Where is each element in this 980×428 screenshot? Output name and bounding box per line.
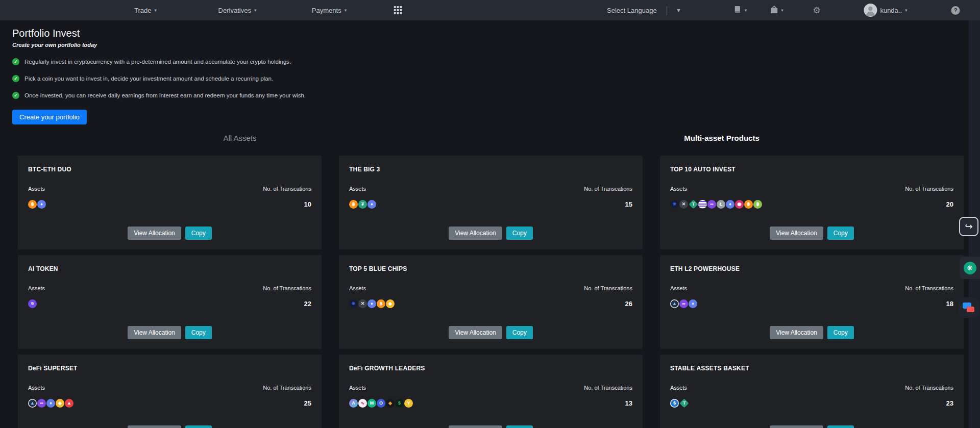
copy-button[interactable]: Copy — [506, 326, 533, 339]
shield-coin-icon: ◈ — [386, 399, 395, 408]
view-allocation-button[interactable]: View Allocation — [128, 226, 181, 240]
nav-item-payments[interactable]: Payments ▾ — [312, 0, 347, 20]
arbitrum-icon: ▲ — [28, 399, 37, 408]
orders-book-icon — [733, 6, 742, 15]
view-allocation-button[interactable]: View Allocation — [449, 326, 502, 339]
username-label: kunda.. — [880, 7, 902, 14]
aave-icon: Λ — [349, 399, 358, 408]
copy-button[interactable]: Copy — [185, 326, 212, 339]
chat-bubbles-extension-icon[interactable] — [959, 297, 979, 318]
chevron-down-icon: ▾ — [154, 8, 157, 13]
transactions-count: 15 — [625, 200, 632, 208]
striped-coin-icon — [698, 200, 707, 209]
copy-button[interactable]: Copy — [185, 226, 212, 240]
transactions-count: 13 — [625, 399, 632, 407]
orders-menu[interactable]: ▾ — [733, 0, 747, 20]
portfolio-card: DeFi GROWTH LEADERS Assets No. of Transc… — [339, 355, 643, 428]
sunburst-coin-icon: ✳ — [349, 299, 358, 308]
portfolio-card: STABLE ASSETS BASKET Assets No. of Trans… — [660, 355, 964, 428]
assets-label: Assets — [670, 186, 687, 192]
bnb-icon: ◈ — [386, 299, 395, 308]
transactions-label: No. of Transcations — [905, 285, 953, 291]
language-label: Select Language — [607, 7, 657, 14]
copy-button[interactable]: Copy — [185, 425, 212, 428]
transactions-label: No. of Transcations — [905, 186, 953, 192]
transactions-label: No. of Transcations — [263, 186, 311, 192]
coin-icons: $T — [670, 399, 689, 408]
help-icon[interactable]: ? — [951, 0, 960, 20]
nav-item-trade[interactable]: Trade ▾ — [134, 0, 157, 20]
transactions-count: 23 — [946, 399, 953, 407]
ethereum-icon: ♦ — [46, 399, 55, 408]
divider: │ — [665, 6, 670, 15]
portfolio-card: TOP 10 AUTO INVEST Assets No. of Transca… — [660, 156, 964, 249]
m-coin-icon: M — [368, 399, 376, 408]
card-title: AI TOKEN — [28, 265, 311, 272]
view-allocation-button[interactable]: View Allocation — [449, 425, 502, 428]
view-allocation-button[interactable]: View Allocation — [770, 226, 823, 240]
apps-grid-icon[interactable] — [394, 0, 403, 20]
avalanche-icon: ▲ — [65, 399, 74, 408]
bitcoin-cash-icon: ฿ — [753, 200, 762, 209]
polygon-icon: ∞ — [707, 200, 716, 209]
transactions-count: 22 — [304, 300, 311, 308]
settings-gear-icon[interactable]: ⚙ — [813, 0, 820, 20]
copy-button[interactable]: Copy — [827, 226, 854, 240]
nav-item-derivatives[interactable]: Derivatives ▾ — [218, 0, 257, 20]
bnb-icon: ◈ — [56, 399, 64, 408]
wallet-menu[interactable]: ▾ — [770, 0, 783, 20]
transactions-count: 18 — [946, 300, 953, 308]
transactions-count: 26 — [625, 300, 632, 308]
tether-icon: ₮ — [358, 200, 367, 209]
coin-icons: ✳✕♦฿◈ — [349, 299, 395, 308]
copy-button[interactable]: Copy — [506, 425, 533, 428]
card-title: TOP 5 BLUE CHIPS — [349, 265, 632, 272]
view-allocation-button[interactable]: View Allocation — [128, 326, 181, 339]
ethereum-icon: ♦ — [726, 200, 734, 209]
assets-label: Assets — [670, 385, 687, 391]
view-allocation-button[interactable]: View Allocation — [128, 425, 181, 428]
card-title: TOP 10 AUTO INVEST — [670, 166, 953, 173]
share-arrow-icon[interactable]: ↪ — [959, 217, 978, 236]
card-title: DeFi GROWTH LEADERS — [349, 365, 632, 372]
wallet-bag-icon — [770, 5, 778, 15]
assets-label: Assets — [670, 285, 687, 291]
chatgpt-logo-icon: ❋ — [964, 262, 976, 274]
coin-icons: ✳✕T∞Ł♦◉฿฿ — [670, 200, 763, 209]
assets-label: Assets — [28, 186, 45, 192]
create-portfolio-button[interactable]: Create your portfolio — [12, 110, 87, 124]
ai-token-icon: 9 — [28, 299, 37, 308]
check-circle-icon: ✓ — [12, 75, 19, 82]
coin-icons: ▲∞♦◈▲ — [28, 399, 74, 408]
card-title: ETH L2 POWERHOUSE — [670, 265, 953, 272]
view-allocation-button[interactable]: View Allocation — [449, 226, 502, 240]
check-circle-icon: ✓ — [12, 92, 19, 99]
ethereum-icon: ♦ — [37, 200, 46, 209]
transactions-label: No. of Transcations — [905, 385, 953, 391]
card-title: BTC-ETH DUO — [28, 166, 311, 173]
benefit-text: Regularly invest in cryptocurrency with … — [24, 59, 291, 65]
bitcoin-icon: ฿ — [349, 200, 358, 209]
assets-label: Assets — [349, 385, 366, 391]
page-header: Portfolio Invest Create your own portfol… — [0, 20, 980, 124]
benefit-text: Once invested, you can receive daily ear… — [24, 92, 306, 98]
tether-gem-icon: T — [679, 398, 689, 408]
language-selector[interactable]: Select Language │ ▼ — [607, 0, 681, 20]
bitcoin-icon: ฿ — [744, 200, 753, 209]
view-allocation-button[interactable]: View Allocation — [770, 326, 823, 339]
nav-item-label: Trade — [134, 7, 151, 14]
top-nav: Trade ▾ Derivatives ▾ Payments ▾ Select … — [0, 0, 980, 20]
copy-button[interactable]: Copy — [506, 226, 533, 240]
avatar — [864, 4, 877, 17]
nav-item-label: Derivatives — [218, 7, 251, 14]
view-allocation-button[interactable]: View Allocation — [770, 425, 823, 428]
transactions-label: No. of Transcations — [263, 285, 311, 291]
portfolio-card: DeFi SUPERSET Assets No. of Transcations… — [18, 355, 322, 428]
user-menu[interactable]: kunda.. ▾ — [864, 0, 907, 20]
transactions-count: 20 — [946, 200, 953, 208]
copy-button[interactable]: Copy — [827, 425, 854, 428]
copy-button[interactable]: Copy — [827, 326, 854, 339]
chatgpt-extension-icon[interactable]: ❋ — [960, 257, 980, 279]
bitcoin-icon: ฿ — [377, 299, 385, 308]
card-title: STABLE ASSETS BASKET — [670, 365, 953, 372]
